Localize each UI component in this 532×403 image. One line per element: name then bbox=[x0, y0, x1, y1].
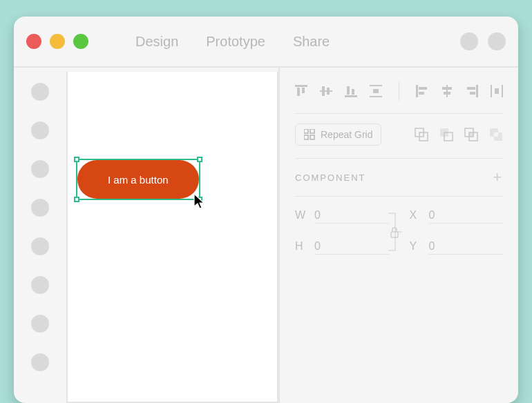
svg-rect-4 bbox=[322, 86, 325, 96]
align-bottom-icon[interactable] bbox=[345, 85, 357, 97]
titlebar-right bbox=[460, 32, 506, 50]
inspector-panel: Repeat Grid COMPONENT + W 0 bbox=[278, 68, 518, 403]
align-hcenter-icon[interactable] bbox=[441, 85, 453, 97]
user-avatar-2[interactable] bbox=[488, 32, 506, 50]
x-field[interactable]: X 0 bbox=[410, 209, 504, 224]
resize-handle-bottom-left[interactable] bbox=[74, 197, 79, 202]
boolean-intersect-icon[interactable] bbox=[464, 128, 478, 141]
y-value[interactable]: 0 bbox=[429, 240, 504, 255]
selected-element-bounding-box[interactable]: I am a button bbox=[76, 159, 200, 200]
svg-rect-38 bbox=[391, 232, 398, 237]
y-field[interactable]: Y 0 bbox=[410, 240, 504, 255]
align-vcenter-icon[interactable] bbox=[320, 85, 332, 97]
svg-rect-22 bbox=[502, 85, 503, 97]
width-field[interactable]: W 0 bbox=[295, 209, 389, 224]
tool-slot-7[interactable] bbox=[31, 315, 49, 333]
minimize-window-button[interactable] bbox=[50, 34, 65, 49]
align-top-icon[interactable] bbox=[295, 85, 307, 97]
tool-slot-5[interactable] bbox=[31, 237, 49, 255]
component-section-header: COMPONENT + bbox=[295, 159, 503, 197]
repeat-grid-label: Repeat Grid bbox=[321, 129, 372, 140]
repeat-grid-button[interactable]: Repeat Grid bbox=[295, 124, 381, 146]
titlebar: Design Prototype Share bbox=[14, 17, 518, 66]
svg-rect-15 bbox=[446, 85, 448, 97]
boolean-subtract-icon[interactable] bbox=[439, 128, 453, 141]
svg-rect-37 bbox=[494, 132, 498, 137]
close-window-button[interactable] bbox=[26, 34, 41, 49]
add-component-button[interactable]: + bbox=[493, 170, 503, 185]
tool-slot-4[interactable] bbox=[31, 199, 49, 217]
svg-rect-34 bbox=[469, 132, 473, 137]
svg-rect-24 bbox=[304, 129, 308, 133]
height-value[interactable]: 0 bbox=[314, 240, 389, 255]
window-controls bbox=[26, 34, 88, 49]
boolean-exclude-icon[interactable] bbox=[489, 128, 503, 141]
tool-slot-3[interactable] bbox=[31, 160, 49, 178]
mode-tabs: Design Prototype Share bbox=[135, 34, 330, 50]
svg-rect-7 bbox=[347, 86, 350, 95]
svg-rect-21 bbox=[491, 85, 492, 97]
align-left-icon[interactable] bbox=[416, 85, 428, 97]
svg-rect-23 bbox=[495, 88, 499, 94]
horizontal-align-group bbox=[416, 85, 503, 97]
user-avatar-1[interactable] bbox=[460, 32, 478, 50]
svg-rect-10 bbox=[370, 96, 382, 97]
svg-rect-27 bbox=[310, 135, 314, 139]
svg-rect-8 bbox=[352, 89, 354, 95]
tool-slot-2[interactable] bbox=[31, 121, 49, 139]
x-value[interactable]: 0 bbox=[429, 209, 504, 224]
x-label: X bbox=[410, 209, 421, 222]
tab-share[interactable]: Share bbox=[293, 34, 330, 50]
distribute-vertical-icon[interactable] bbox=[370, 85, 382, 97]
button-component[interactable]: I am a button bbox=[77, 160, 199, 199]
tab-prototype[interactable]: Prototype bbox=[206, 34, 265, 50]
boolean-union-icon[interactable] bbox=[415, 128, 428, 141]
tab-design[interactable]: Design bbox=[135, 34, 178, 50]
lock-icon[interactable] bbox=[390, 227, 399, 238]
vertical-align-group bbox=[295, 85, 382, 97]
svg-rect-3 bbox=[320, 90, 332, 92]
tool-slot-1[interactable] bbox=[31, 83, 49, 101]
svg-rect-1 bbox=[297, 88, 300, 96]
component-section-label: COMPONENT bbox=[295, 173, 366, 183]
svg-rect-19 bbox=[467, 87, 475, 90]
svg-rect-5 bbox=[327, 88, 330, 95]
artboard-canvas[interactable]: I am a button bbox=[66, 72, 278, 403]
align-divider bbox=[399, 81, 399, 101]
width-value[interactable]: 0 bbox=[314, 209, 389, 224]
height-label: H bbox=[295, 240, 306, 253]
y-label: Y bbox=[410, 240, 421, 253]
grid-icon bbox=[304, 129, 315, 140]
svg-rect-12 bbox=[416, 85, 418, 97]
alignment-row bbox=[295, 81, 503, 113]
svg-rect-2 bbox=[302, 88, 305, 93]
tool-slot-8[interactable] bbox=[31, 353, 49, 371]
resize-handle-top-right[interactable] bbox=[197, 157, 202, 162]
maximize-window-button[interactable] bbox=[73, 34, 88, 49]
resize-handle-top-left[interactable] bbox=[74, 157, 79, 162]
svg-rect-14 bbox=[419, 92, 424, 95]
tool-sidebar bbox=[14, 68, 66, 403]
button-label: I am a button bbox=[108, 174, 169, 186]
svg-rect-17 bbox=[444, 92, 450, 95]
repeat-and-boolean-row: Repeat Grid bbox=[295, 113, 503, 159]
distribute-horizontal-icon[interactable] bbox=[491, 85, 503, 97]
main-body: I am a button bbox=[14, 66, 518, 403]
svg-rect-0 bbox=[295, 85, 307, 87]
svg-rect-26 bbox=[304, 135, 308, 139]
svg-rect-6 bbox=[345, 95, 357, 97]
svg-rect-11 bbox=[373, 89, 379, 93]
boolean-ops-group bbox=[415, 128, 503, 141]
align-right-icon[interactable] bbox=[466, 85, 478, 97]
tool-slot-6[interactable] bbox=[31, 276, 49, 294]
svg-rect-9 bbox=[370, 85, 382, 86]
svg-rect-16 bbox=[442, 87, 452, 90]
app-window: Design Prototype Share I am a button bbox=[14, 17, 518, 403]
cursor-icon bbox=[193, 193, 206, 210]
svg-rect-20 bbox=[470, 92, 475, 95]
dimensions-grid: W 0 X 0 H 0 Y 0 bbox=[295, 197, 503, 267]
svg-rect-25 bbox=[310, 129, 314, 133]
svg-rect-13 bbox=[419, 87, 427, 90]
height-field[interactable]: H 0 bbox=[295, 240, 389, 255]
width-label: W bbox=[295, 209, 306, 222]
